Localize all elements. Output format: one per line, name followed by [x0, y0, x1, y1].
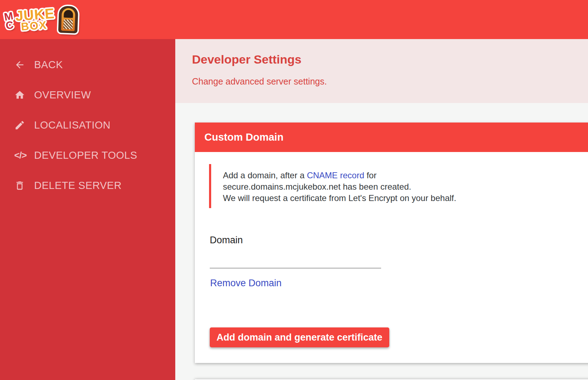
jukebox-graphic [58, 6, 78, 33]
domain-input[interactable] [210, 247, 381, 268]
logo-box-text: BOX [21, 19, 56, 32]
top-header-bar: MC JUKE BOX [0, 0, 588, 39]
card-header: Custom Domain [195, 123, 588, 152]
sidebar: BACK OVERVIEW LOCALISATION </> DEVELOPER… [0, 39, 175, 380]
home-icon [14, 89, 28, 101]
sidebar-item-delete-server[interactable]: DELETE SERVER [0, 170, 175, 201]
sidebar-item-label: BACK [34, 59, 63, 71]
info-line2: secure.domains.mcjukebox.net has been cr… [223, 182, 411, 191]
mcjukebox-logo[interactable]: MC JUKE BOX [5, 2, 78, 36]
trash-icon [14, 180, 28, 191]
sidebar-item-localisation[interactable]: LOCALISATION [0, 110, 175, 140]
sidebar-item-label: LOCALISATION [34, 119, 111, 131]
add-domain-button[interactable]: Add domain and generate certificate [210, 327, 389, 347]
pencil-icon [14, 120, 28, 131]
sidebar-item-label: DEVELOPER TOOLS [34, 150, 137, 161]
custom-domain-card: Custom Domain Add a domain, after a CNAM… [195, 123, 588, 363]
info-line1-after: for [364, 170, 377, 180]
sidebar-item-label: DELETE SERVER [34, 180, 122, 191]
sidebar-item-overview[interactable]: OVERVIEW [0, 80, 175, 110]
domain-field-label: Domain [210, 235, 243, 246]
code-icon: </> [14, 150, 28, 161]
page-subtitle: Change advanced server settings. [192, 76, 588, 87]
page-title: Developer Settings [192, 53, 588, 66]
sidebar-item-developer-tools[interactable]: </> DEVELOPER TOOLS [0, 140, 175, 170]
sidebar-item-back[interactable]: BACK [0, 50, 175, 80]
info-line1-before: Add a domain, after a [223, 170, 307, 180]
logo-wordmark: JUKE BOX [15, 6, 56, 33]
sidebar-item-label: OVERVIEW [34, 89, 91, 101]
card-title: Custom Domain [204, 131, 283, 143]
page-header: Developer Settings Change advanced serve… [175, 39, 588, 103]
logo-mc-text: MC [4, 12, 16, 31]
cname-record-link[interactable]: CNAME record [307, 170, 364, 180]
cname-info-block: Add a domain, after a CNAME record for s… [209, 164, 588, 208]
jukebox-arch [61, 8, 75, 31]
remove-domain-link[interactable]: Remove Domain [210, 278, 282, 289]
info-line3: We will request a certificate from Let's… [223, 193, 456, 203]
arrow-left-icon [14, 59, 28, 70]
